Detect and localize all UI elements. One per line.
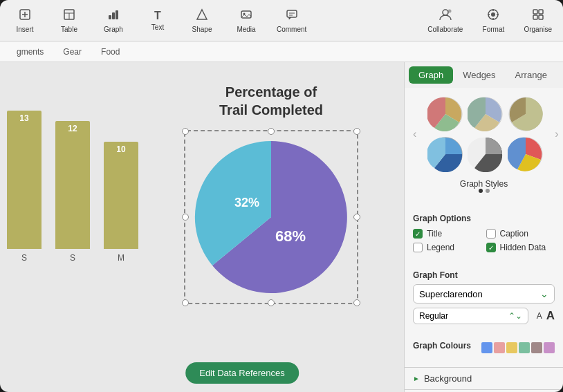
graph-colours-title: Graph Colours [413, 341, 471, 351]
style-3[interactable] [508, 96, 544, 132]
organise-label: Organise [524, 26, 552, 33]
svg-rect-7 [112, 12, 115, 19]
table-button[interactable]: Table [55, 8, 83, 33]
graph-options-section: Graph Options Title Caption Legend Hidde… [405, 208, 563, 258]
text-icon: T [154, 10, 161, 22]
media-icon [240, 8, 252, 24]
graph-font-section: Graph Font Superclarendon ⌄ Regular ⌃⌄ A… [405, 266, 563, 328]
svg-point-15 [443, 10, 448, 15]
shape-button[interactable]: Shape [188, 8, 216, 33]
checkbox-legend[interactable] [413, 243, 423, 252]
background-arrow: ► [413, 375, 420, 382]
graph-styles-section: ‹ [405, 88, 563, 200]
style-5[interactable] [468, 136, 504, 172]
panel-tab-wedges[interactable]: Wedges [453, 66, 505, 84]
tab-food[interactable]: Food [91, 44, 129, 59]
option-legend: Legend [413, 243, 482, 252]
bar-group-1: 12 S [55, 121, 90, 263]
svg-rect-24 [539, 10, 543, 14]
bar-value-2: 10 [116, 144, 125, 154]
style-4[interactable] [427, 136, 463, 172]
style-1[interactable] [427, 96, 463, 132]
shape-icon [196, 8, 208, 24]
font-size-small-a[interactable]: A [537, 311, 542, 321]
checkbox-title[interactable] [413, 229, 423, 239]
pie-label-32: 32% [234, 196, 259, 209]
font-name-value: Superclarendon [419, 289, 483, 299]
media-label: Media [237, 26, 255, 33]
svg-rect-25 [533, 15, 537, 19]
bar-label-0: S [21, 253, 27, 263]
svg-point-18 [491, 12, 495, 17]
format-button[interactable]: Format [479, 8, 507, 33]
organise-button[interactable]: Organise [524, 8, 552, 33]
graph-colours-section: Graph Colours [405, 337, 563, 359]
shape-label: Shape [192, 26, 212, 33]
text-button[interactable]: T Text [144, 10, 172, 31]
format-icon [487, 8, 499, 24]
swatch-4[interactable] [531, 342, 542, 353]
graph-button[interactable]: Graph [100, 8, 127, 33]
colour-swatches[interactable] [481, 342, 555, 353]
checkbox-caption[interactable] [486, 229, 496, 239]
font-select-arrow: ⌄ [540, 288, 548, 299]
bar-group-2: 10 M [104, 142, 138, 263]
style-dots [407, 189, 560, 193]
swatch-2[interactable] [506, 342, 517, 353]
comment-button[interactable]: Comment [277, 8, 306, 33]
main-area: 13 S 12 S 10 M [0, 62, 563, 392]
style-6[interactable] [508, 136, 544, 172]
graph-styles-grid [422, 91, 549, 178]
tab-gear[interactable]: Gear [53, 44, 91, 59]
svg-rect-10 [241, 11, 251, 18]
bar-chart: 13 S 12 S 10 M [7, 97, 145, 339]
background-header[interactable]: ► Background [413, 373, 555, 384]
style-2[interactable] [468, 96, 504, 132]
checkbox-hidden-data[interactable] [486, 243, 496, 252]
option-title: Title [413, 229, 482, 239]
background-title: Background [424, 373, 472, 384]
tab-segments[interactable]: gments [7, 44, 53, 59]
shadow-section: ► Shadow [405, 389, 563, 392]
pie-wrapper[interactable]: 68% 32% [184, 130, 358, 304]
background-section: ► Background [405, 367, 563, 389]
format-label: Format [483, 26, 505, 33]
swatch-5[interactable] [544, 342, 555, 353]
chart-title: Percentage of Trail Completed [219, 83, 323, 119]
panel-tab-arrange[interactable]: Arrange [506, 66, 557, 84]
swatch-0[interactable] [481, 342, 492, 353]
option-label-legend: Legend [427, 243, 454, 252]
bar-group-0: 13 S [7, 111, 41, 263]
font-style-select[interactable]: Regular ⌃⌄ [413, 308, 528, 324]
bar-label-2: M [118, 253, 124, 263]
swatch-1[interactable] [494, 342, 505, 353]
svg-rect-26 [539, 15, 543, 19]
comment-icon [286, 8, 298, 24]
canvas-area: 13 S 12 S 10 M [0, 62, 404, 392]
option-label-hidden-data: Hidden Data [500, 243, 546, 252]
table-icon [63, 8, 75, 24]
collaborate-button[interactable]: Collaborate [427, 8, 463, 33]
bar-2: 10 [104, 142, 138, 249]
bar-1: 12 [55, 121, 90, 249]
swatch-3[interactable] [519, 342, 530, 353]
insert-button[interactable]: Insert [11, 8, 39, 33]
next-style-arrow[interactable]: › [549, 125, 563, 143]
insert-icon [19, 8, 31, 24]
prev-style-arrow[interactable]: ‹ [407, 125, 422, 143]
comment-label: Comment [277, 26, 306, 33]
bars-container: 13 S 12 S 10 M [7, 97, 145, 277]
toolbar: Insert Table Graph T Text [0, 0, 563, 41]
dot-0 [479, 189, 483, 193]
options-grid: Title Caption Legend Hidden Data [413, 229, 555, 252]
bar-value-0: 13 [19, 113, 28, 123]
font-name-select[interactable]: Superclarendon ⌄ [413, 284, 555, 304]
panel-tab-graph[interactable]: Graph [409, 66, 453, 84]
panel-tabs: Graph Wedges Arrange [405, 62, 563, 88]
graph-font-title: Graph Font [413, 270, 555, 280]
graph-icon [107, 8, 120, 24]
text-label: Text [151, 24, 164, 31]
edit-data-button[interactable]: Edit Data References [185, 362, 299, 384]
media-button[interactable]: Media [232, 8, 260, 33]
font-size-large-a[interactable]: A [546, 309, 555, 323]
